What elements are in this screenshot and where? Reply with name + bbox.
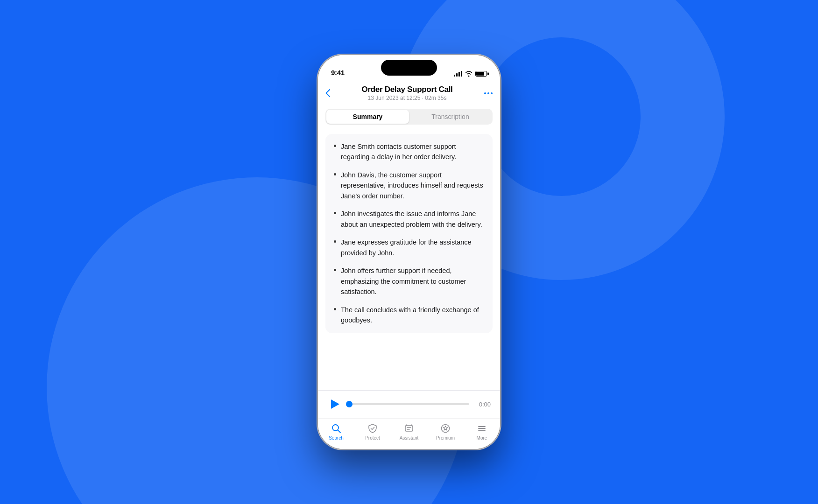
summary-card: Jane Smith contacts customer support reg… <box>325 134 493 333</box>
nav-subtitle: 13 Jun 2023 at 12:25 · 02m 35s <box>362 95 453 101</box>
bullet-item: John investigates the issue and informs … <box>334 209 484 230</box>
tab-more[interactable]: More <box>464 423 500 441</box>
tab-premium[interactable]: Premium <box>427 423 464 441</box>
bullet-text: The call concludes with a friendly excha… <box>341 305 484 326</box>
bullet-dot <box>334 269 336 271</box>
wifi-icon <box>465 71 472 77</box>
tab-bar: Search Protect Assistant <box>318 419 500 449</box>
time-display: 0:00 <box>475 401 491 408</box>
progress-thumb[interactable] <box>346 401 353 407</box>
dynamic-island <box>381 60 437 76</box>
back-button[interactable] <box>325 89 330 97</box>
battery-icon <box>475 71 487 77</box>
tab-assistant-label: Assistant <box>400 435 419 441</box>
play-icon <box>331 399 339 409</box>
bullet-dot <box>334 308 336 310</box>
status-icons <box>454 71 487 77</box>
bullet-text: John offers further support if needed, e… <box>341 266 484 297</box>
tab-search-label: Search <box>329 435 344 441</box>
tab-protect-label: Protect <box>365 435 380 441</box>
tab-assistant[interactable]: Assistant <box>391 423 427 441</box>
phone-device: 9:41 Order Delay <box>318 55 500 449</box>
play-button[interactable] <box>327 397 341 411</box>
search-icon <box>331 423 342 434</box>
audio-player: 0:00 <box>318 390 500 419</box>
bullet-item: John offers further support if needed, e… <box>334 266 484 297</box>
nav-title-area: Order Delay Support Call 13 Jun 2023 at … <box>362 85 453 101</box>
bullet-text: Jane Smith contacts customer support reg… <box>341 141 484 162</box>
bullet-dot <box>334 212 336 214</box>
svg-rect-1 <box>405 426 413 431</box>
bullet-item: The call concludes with a friendly excha… <box>334 305 484 326</box>
premium-icon <box>440 423 451 434</box>
bullet-dot <box>334 240 336 243</box>
progress-bar[interactable] <box>347 403 469 405</box>
bullet-text: John investigates the issue and informs … <box>341 209 484 230</box>
bullet-dot <box>334 173 336 175</box>
tab-premium-label: Premium <box>436 435 455 441</box>
signal-bars-icon <box>454 71 462 77</box>
content-area: Jane Smith contacts customer support reg… <box>318 126 500 390</box>
bullet-text: Jane expresses gratitude for the assista… <box>341 237 484 258</box>
bullet-text: John Davis, the customer support represe… <box>341 170 484 201</box>
tab-search[interactable]: Search <box>318 423 354 441</box>
bullet-item: Jane Smith contacts customer support reg… <box>334 141 484 162</box>
segmented-control: Summary Transcription <box>318 105 500 126</box>
assistant-icon <box>403 423 415 434</box>
tab-summary[interactable]: Summary <box>326 110 409 124</box>
bullet-item: Jane expresses gratitude for the assista… <box>334 237 484 258</box>
tab-transcription[interactable]: Transcription <box>409 110 492 124</box>
status-time: 9:41 <box>331 69 345 77</box>
status-bar: 9:41 <box>318 55 500 80</box>
more-button[interactable] <box>484 92 493 94</box>
more-icon <box>476 423 487 434</box>
bullet-item: John Davis, the customer support represe… <box>334 170 484 201</box>
bullet-dot <box>334 145 336 147</box>
tab-more-label: More <box>477 435 487 441</box>
nav-bar: Order Delay Support Call 13 Jun 2023 at … <box>318 80 500 105</box>
nav-title: Order Delay Support Call <box>362 85 453 94</box>
tab-protect[interactable]: Protect <box>354 423 391 441</box>
shield-icon <box>367 423 378 434</box>
